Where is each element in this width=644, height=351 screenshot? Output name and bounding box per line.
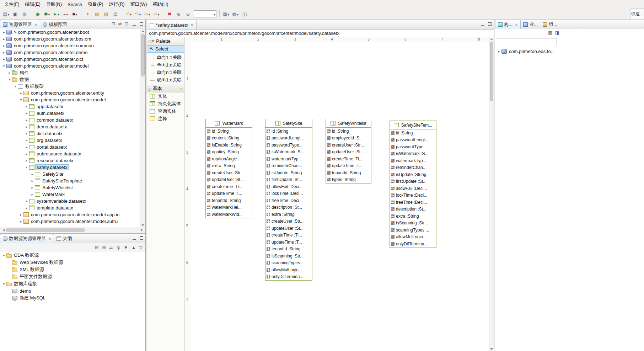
- scrollbar-thumb[interactable]: [6, 228, 85, 232]
- entity-attribute[interactable]: lockTime :Deci...: [390, 192, 436, 199]
- entity-attribute[interactable]: allowMulLogin ...: [390, 234, 436, 241]
- close-icon[interactable]: [34, 23, 37, 27]
- redo-button[interactable]: ↷: [134, 10, 142, 18]
- tree-item[interactable]: com.primeton.gocom.afcenter.model.auth.i: [0, 218, 140, 225]
- entity-attribute[interactable]: createUser :Str...: [206, 169, 252, 176]
- chevron-down-icon[interactable]: [18, 98, 23, 102]
- entity-attribute[interactable]: onlyDifTermina...: [265, 273, 312, 281]
- chevron-right-icon[interactable]: [1, 37, 6, 41]
- chevron-right-icon[interactable]: [24, 199, 29, 203]
- tab-groups[interactable]: 组...: [540, 20, 560, 29]
- layout-button[interactable]: ▦: [222, 10, 230, 18]
- debug-button[interactable]: ✱: [43, 10, 51, 18]
- save-button[interactable]: ▣: [11, 10, 20, 18]
- entity-attribute[interactable]: freeTime :Deci...: [265, 197, 312, 204]
- entity-box[interactable]: SafetyWhitelistid :StringemployeeId :S..…: [326, 119, 371, 184]
- chevron-right-icon[interactable]: [24, 132, 29, 135]
- entity-attribute[interactable]: allowFail :Deci...: [265, 183, 312, 190]
- chevron-right-icon[interactable]: [24, 125, 29, 129]
- maximize-icon[interactable]: [139, 236, 144, 240]
- entity-attribute[interactable]: id :String: [206, 128, 252, 135]
- palette-tool-relation[interactable]: →单向1:1关联: [147, 54, 184, 61]
- tree-item[interactable]: Web Services 数据源: [0, 259, 145, 266]
- entity-attribute[interactable]: createUser :Str...: [326, 142, 371, 149]
- chevron-right-icon[interactable]: [24, 105, 29, 108]
- open-type-button[interactable]: ▧: [102, 10, 111, 18]
- tree-item[interactable]: portal.datasetx: [0, 144, 140, 150]
- entity-attribute[interactable]: onlyDifTermina...: [390, 240, 436, 248]
- chevron-right-icon[interactable]: [30, 186, 35, 190]
- tree-item[interactable]: WaterMark: [0, 191, 140, 198]
- tree-item[interactable]: com.primeton.gocom.afcenter.demo: [0, 49, 140, 56]
- chevron-right-icon[interactable]: [24, 145, 29, 149]
- entity-attribute[interactable]: isUpdate :String: [265, 169, 312, 176]
- close-icon[interactable]: [191, 23, 194, 27]
- export-config-icon[interactable]: ▲: [132, 245, 136, 250]
- tab-safety-datasetx[interactable]: *safety.datasetx: [147, 20, 197, 30]
- entity-attribute[interactable]: extra :String: [265, 211, 312, 218]
- entity-attribute[interactable]: isUpdate :String: [390, 171, 436, 178]
- minimize-icon[interactable]: [132, 22, 136, 26]
- open-resource-button[interactable]: ▨: [93, 10, 101, 18]
- tree-item[interactable]: com.primeton.gocom.afcenter.dict: [0, 56, 140, 63]
- tree-item[interactable]: com.primeton.gocom.afcenter.model: [0, 63, 140, 69]
- chevron-right-icon[interactable]: [24, 152, 29, 156]
- entity-attribute[interactable]: description :St...: [390, 206, 436, 213]
- chevron-right-icon[interactable]: [1, 50, 6, 54]
- tree-item[interactable]: 新建 MySQL: [0, 294, 145, 302]
- minimize-icon[interactable]: [481, 22, 485, 26]
- undo-button[interactable]: ↶: [124, 10, 133, 18]
- scrollbar-thumb[interactable]: [141, 34, 145, 76]
- maximize-icon[interactable]: [488, 22, 492, 26]
- tree-item[interactable]: pubresource.datasetx: [0, 150, 140, 157]
- entity-attribute[interactable]: updateUser :St...: [326, 149, 371, 156]
- palette-tool-persist-entity[interactable]: 持久化实体: [147, 100, 184, 107]
- entity-attribute[interactable]: scanningTypes ...: [390, 227, 436, 234]
- scrollbar-thumb[interactable]: [490, 42, 493, 101]
- palette-section-basic[interactable]: 基本: [147, 85, 184, 92]
- palette-tool-relation[interactable]: →单向1:n关联: [147, 61, 184, 69]
- tree-item[interactable]: 数据模型: [0, 83, 140, 90]
- quick-access-box[interactable]: 快速...: [630, 9, 644, 19]
- entity-attribute[interactable]: updateTime :T...: [326, 163, 371, 170]
- coverage-button[interactable]: ◒: [61, 10, 70, 18]
- close-icon[interactable]: [48, 237, 51, 241]
- tree-item[interactable]: dict.datasetx: [0, 130, 140, 137]
- tab-template-config[interactable]: 模板配置: [40, 20, 70, 29]
- view-menu-icon[interactable]: ▽: [139, 245, 143, 250]
- entity-attribute[interactable]: tenantId :String: [265, 246, 312, 253]
- chevron-right-icon[interactable]: [24, 206, 29, 210]
- entity-attribute[interactable]: description :St...: [265, 204, 312, 211]
- entity-attribute[interactable]: firstUpdate :St...: [265, 176, 312, 184]
- tree-item[interactable]: safety.datasetx: [0, 164, 140, 171]
- tree-item[interactable]: com.primeton.gocom.afcenter.entity: [0, 90, 140, 96]
- entity-attribute[interactable]: reminderChan...: [390, 164, 436, 171]
- chevron-right-icon[interactable]: [24, 118, 29, 122]
- entity-attribute[interactable]: updateUser :St...: [206, 176, 252, 184]
- scroll-up-icon[interactable]: [489, 37, 494, 41]
- close-icon[interactable]: [515, 23, 518, 27]
- collapse-section-icon[interactable]: [181, 87, 183, 91]
- menu-file[interactable]: 文件(F): [1, 0, 22, 9]
- tree-item[interactable]: com.primeton.gocom.afcenter.bps.om: [0, 36, 140, 42]
- entity-attribute[interactable]: content :String: [206, 135, 252, 142]
- menu-edit[interactable]: 编辑(E): [22, 0, 43, 9]
- entity-attribute[interactable]: rotationAngle ...: [206, 155, 252, 163]
- entity-attribute[interactable]: passwordType...: [265, 142, 312, 149]
- chevron-down-icon[interactable]: [130, 11, 132, 17]
- tree-item[interactable]: > com.primeton.gocom.afcenter.boot: [0, 29, 140, 36]
- chevron-right-icon[interactable]: [18, 91, 23, 95]
- back-button[interactable]: ⇦: [143, 10, 151, 18]
- view-mode-icon[interactable]: ◨: [555, 30, 559, 35]
- chevron-right-icon[interactable]: [18, 213, 23, 217]
- view-menu-icon[interactable]: ▽: [125, 21, 128, 26]
- tree-item[interactable]: com.primeton.gocom.afcenter.model.app.in: [0, 211, 140, 218]
- chevron-down-icon[interactable]: [1, 282, 6, 286]
- chevron-right-icon[interactable]: [24, 111, 29, 115]
- tab-datasource-explorer[interactable]: 数据源资源管理器: [0, 234, 54, 243]
- palette-tool-note[interactable]: 注释: [147, 115, 184, 122]
- tree-item[interactable]: SafetySiteTemplate: [0, 177, 140, 184]
- entity-attribute[interactable]: allowMulLogin ...: [265, 266, 312, 273]
- tree-item[interactable]: common.datasetx: [0, 117, 140, 123]
- palette-tool-relation[interactable]: —双向1:n关联: [147, 76, 184, 84]
